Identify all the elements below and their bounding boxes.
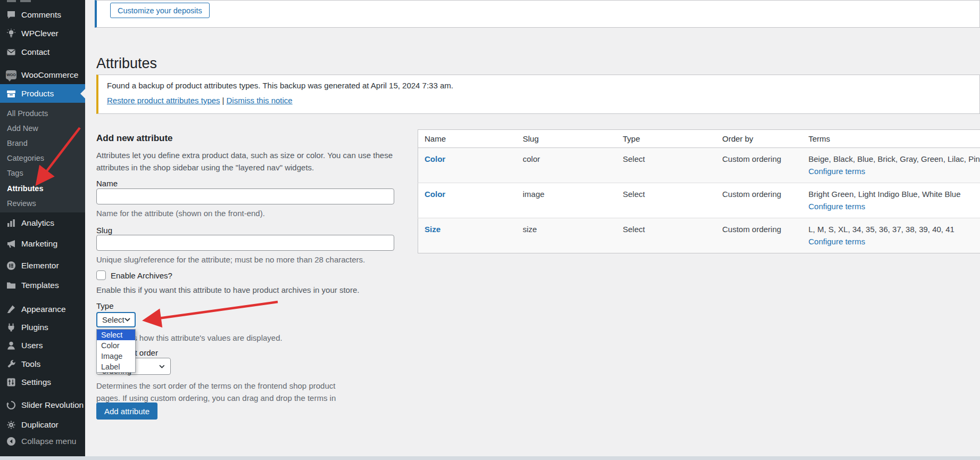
sidebar-item-contact[interactable]: Contact	[0, 43, 85, 61]
clipped-menu-item-icon	[7, 0, 16, 2]
dropdown-option-image[interactable]: Image	[97, 351, 135, 362]
user-icon	[6, 340, 16, 351]
table-row: Size size Select Custom ordering L, M, S…	[418, 218, 980, 253]
sidebar-item-templates[interactable]: Templates	[0, 276, 85, 294]
horizontal-scrollbar[interactable]	[0, 456, 980, 460]
chevron-down-icon	[159, 365, 165, 368]
comments-icon	[6, 10, 16, 20]
sidebar-item-collapse-menu[interactable]: Collapse menu	[0, 432, 85, 450]
woocommerce-icon: WOO	[6, 70, 16, 80]
configure-terms-link[interactable]: Configure terms	[809, 201, 866, 213]
current-menu-arrow	[80, 89, 85, 98]
sidebar-item-appearance[interactable]: Appearance	[0, 300, 85, 318]
sidebar-item-wpclever[interactable]: WPClever	[0, 24, 85, 43]
gear-icon	[6, 420, 16, 430]
sidebar-item-settings[interactable]: Settings	[0, 373, 85, 391]
slug-help: Unique slug/reference for the attribute;…	[96, 255, 365, 264]
sidebar-item-plugins[interactable]: Plugins	[0, 318, 85, 336]
collapse-arrow-icon	[6, 436, 16, 447]
plug-icon	[6, 322, 16, 333]
sidebar-item-comments[interactable]: Comments	[0, 5, 85, 24]
dropdown-option-select[interactable]: Select	[97, 330, 135, 340]
add-attribute-form: Add new attribute Attributes let you def…	[96, 132, 394, 430]
enable-archives-row: Enable Archives?	[96, 270, 172, 280]
name-label: Name	[96, 179, 118, 188]
col-header-orderby: Order by	[716, 130, 802, 148]
sidebar-item-categories[interactable]: Categories	[0, 151, 85, 166]
sidebar-item-label: Duplicator	[21, 420, 59, 430]
sidebar-item-reviews[interactable]: Reviews	[0, 196, 85, 211]
attribute-name-link[interactable]: Size	[425, 225, 441, 234]
table-row: Color image Select Custom ordering Brigh…	[418, 183, 980, 218]
configure-terms-link[interactable]: Configure terms	[809, 166, 866, 178]
sidebar-item-label: Collapse menu	[21, 437, 76, 446]
sidebar-item-label: Tools	[21, 359, 40, 369]
sidebar-item-brand[interactable]: Brand	[0, 136, 85, 151]
sidebar-item-woocommerce[interactable]: WOO WooCommerce	[0, 65, 85, 84]
archives-help: Enable this if you want this attribute t…	[96, 285, 359, 294]
sidebar-item-label: Appearance	[21, 305, 66, 314]
attribute-name-link[interactable]: Color	[425, 190, 445, 199]
sidebar-item-label: Marketing	[21, 239, 57, 249]
name-help: Name for the attribute (shown on the fro…	[96, 209, 265, 218]
attribute-type: Select	[617, 218, 716, 253]
sidebar-item-products[interactable]: Products	[0, 84, 85, 103]
attribute-terms: Beige, Black, Blue, Brick, Gray, Green, …	[809, 154, 980, 163]
type-select-value: Select	[102, 315, 124, 324]
sidebar-item-all-products[interactable]: All Products	[0, 106, 85, 121]
sidebar-item-slider-revolution[interactable]: Slider Revolution	[0, 396, 85, 414]
sidebar-item-analytics[interactable]: Analytics	[0, 213, 85, 232]
backup-notice-message: Found a backup of product attributes typ…	[107, 81, 971, 90]
attribute-orderby: Custom ordering	[716, 218, 802, 253]
sidebar-item-tags[interactable]: Tags	[0, 166, 85, 180]
sidebar-item-label: Templates	[21, 281, 59, 290]
dropdown-option-label[interactable]: Label	[97, 362, 135, 372]
bar-chart-icon	[6, 218, 16, 228]
sidebar-item-duplicator[interactable]: Duplicator	[0, 415, 85, 434]
folder-icon	[6, 280, 16, 291]
type-select[interactable]: Select	[96, 312, 136, 327]
configure-terms-link[interactable]: Configure terms	[809, 236, 866, 248]
restore-attributes-link[interactable]: Restore product attributes types	[107, 96, 220, 105]
chevron-down-icon	[124, 318, 130, 322]
form-description: Attributes let you define extra product …	[96, 149, 394, 174]
dismiss-notice-link[interactable]: Dismiss this notice	[227, 96, 293, 105]
page-title: Attributes	[96, 55, 157, 72]
attribute-type: Select	[617, 148, 716, 183]
attribute-name-link[interactable]: Color	[425, 154, 445, 163]
wrench-icon	[6, 359, 16, 369]
customize-deposits-button[interactable]: Customize your deposits	[110, 3, 210, 18]
form-heading: Add new attribute	[96, 133, 173, 144]
sidebar-item-label: Slider Revolution	[21, 400, 84, 410]
sidebar-item-elementor[interactable]: Elementor	[0, 256, 85, 275]
products-submenu: All Products Add New Brand Categories Ta…	[0, 103, 85, 212]
sidebar-item-users[interactable]: Users	[0, 336, 85, 355]
add-attribute-button[interactable]: Add attribute	[96, 402, 157, 420]
sidebar-item-label: Products	[21, 89, 54, 98]
sidebar-item-tools[interactable]: Tools	[0, 355, 85, 373]
name-input[interactable]	[96, 188, 394, 204]
sidebar-item-label: Contact	[21, 47, 49, 57]
paintbrush-icon	[6, 304, 16, 315]
envelope-icon	[6, 47, 16, 58]
slider-revolution-icon	[6, 400, 16, 410]
sidebar-item-label: Analytics	[21, 218, 54, 228]
attribute-type: Select	[617, 183, 716, 218]
sidebar-item-marketing[interactable]: Marketing	[0, 234, 85, 253]
sidebar-item-add-new[interactable]: Add New	[0, 121, 85, 136]
backup-notice: Found a backup of product attributes typ…	[96, 75, 980, 114]
attribute-orderby: Custom ordering	[716, 183, 802, 218]
sidebar-item-attributes[interactable]: Attributes	[0, 181, 85, 196]
table-header-row: Name Slug Type Order by Terms	[418, 130, 980, 148]
lightbulb-icon	[6, 28, 16, 39]
col-header-terms: Terms	[802, 130, 980, 148]
sidebar-item-label: WooCommerce	[21, 70, 78, 80]
dropdown-option-color[interactable]: Color	[97, 340, 135, 351]
link-separator: |	[222, 96, 225, 105]
slug-input[interactable]	[96, 235, 394, 251]
enable-archives-checkbox[interactable]	[96, 270, 106, 280]
col-header-name: Name	[418, 130, 517, 148]
type-label: Type	[96, 301, 114, 310]
admin-content: Customize your deposits Attributes Found…	[85, 0, 980, 460]
sliders-icon	[6, 377, 16, 388]
